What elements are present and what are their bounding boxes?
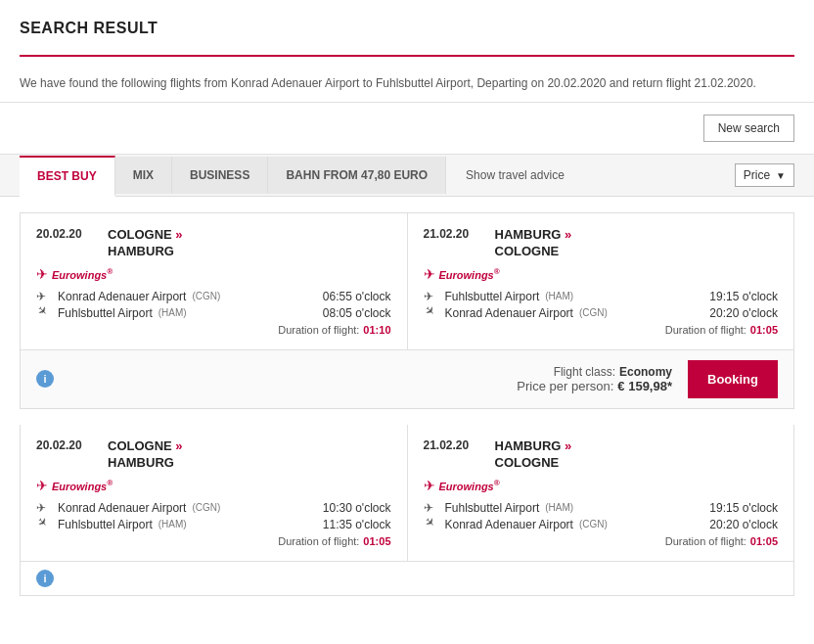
tab-bahn[interactable]: BAHN FROM 47,80 EURO (268, 157, 446, 194)
plane-depart-icon-3: ✈ (36, 501, 52, 515)
travel-advice-link[interactable]: Show travel advice (466, 168, 735, 182)
outbound-airline-2: ✈ Eurowings® (36, 478, 391, 493)
plane-depart-icon-4: ✈ (424, 501, 439, 515)
route-arrow-icon: » (175, 227, 182, 242)
inbound-from-2: HAMBURG » (495, 438, 572, 455)
outbound-date-2: 20.02.20 (36, 438, 100, 452)
tab-mix[interactable]: MIX (115, 157, 172, 194)
outbound-depart-airport-2: Konrad Adenauer Airport (58, 501, 186, 515)
flight-class-value: Economy (619, 365, 672, 379)
plane-depart-icon: ✈ (36, 290, 52, 303)
outbound-arrive-time-2: 11:35 o'clock (323, 518, 391, 531)
inbound-duration-row-2: Duration of flight: 01:05 (424, 535, 779, 547)
outbound-depart-time-1: 06:55 o'clock (323, 290, 391, 303)
sort-container: Price ▼ (735, 163, 794, 187)
price-per-person-label: Price per person: (517, 379, 613, 393)
inbound-depart-time-2: 19:15 o'clock (709, 501, 778, 515)
inbound-airline-2: ✈ Eurowings® (424, 478, 779, 493)
search-result-header: SEARCH RESULT (0, 0, 814, 47)
tab-business[interactable]: BUSINESS (172, 157, 268, 194)
eurowings-icon: ✈ (36, 266, 48, 282)
outbound-arrive-airport-1: Fuhlsbuttel Airport (58, 306, 153, 320)
result-card-2: 20.02.20 COLOGNE » HAMBURG ✈ Eurowings® … (20, 425, 794, 596)
page-container: SEARCH RESULT We have found the followin… (0, 0, 814, 596)
eurowings-icon-2: ✈ (424, 266, 435, 282)
inbound-arrive-time-2: 20:20 o'clock (709, 518, 778, 531)
plane-arrive-icon: ✈ (33, 302, 54, 323)
inbound-duration-2: 01:05 (750, 535, 778, 547)
tab-best-buy[interactable]: BEST BUY (20, 156, 115, 197)
inbound-leg-2: 21.02.20 HAMBURG » COLOGNE ✈ Eurowings® … (408, 425, 794, 561)
header-divider (20, 55, 794, 57)
booking-button-1[interactable]: Booking (688, 360, 778, 398)
inbound-arrive-row-2: ✈ Konrad Adenauer Airport (CGN) 20:20 o'… (424, 518, 779, 531)
inbound-duration-1: 01:05 (750, 324, 778, 336)
inbound-leg-1: 21.02.20 HAMBURG » COLOGNE ✈ Eurowings® … (408, 213, 794, 349)
info-icon-1[interactable]: i (36, 370, 54, 388)
outbound-arrive-row-2: ✈ Fuhlsbuttel Airport (HAM) 11:35 o'cloc… (36, 518, 391, 531)
tabs-container: BEST BUY MIX BUSINESS BAHN FROM 47,80 EU… (0, 155, 814, 197)
inbound-arrive-airport-1: Konrad Adenauer Airport (445, 306, 573, 320)
outbound-depart-row-1: ✈ Konrad Adenauer Airport (CGN) 06:55 o'… (36, 290, 391, 303)
inbound-arrive-code-2: (CGN) (579, 519, 608, 529)
outbound-depart-code-2: (CGN) (192, 502, 220, 513)
outbound-arrive-airport-2: Fuhlsbuttel Airport (58, 518, 153, 531)
outbound-duration-1: 01:10 (363, 324, 390, 336)
info-text: We have found the following flights from… (0, 65, 814, 103)
inbound-depart-airport-2: Fuhlsbuttel Airport (445, 501, 540, 515)
inbound-arrive-airport-2: Konrad Adenauer Airport (445, 518, 573, 531)
info-icon-2[interactable]: i (36, 570, 54, 587)
inbound-depart-code-2: (HAM) (545, 502, 573, 513)
price-value-1: € 159,98* (617, 379, 672, 393)
inbound-to-2: COLOGNE (495, 455, 572, 472)
outbound-to-1: HAMBURG (108, 244, 183, 260)
outbound-duration-2: 01:05 (363, 535, 390, 547)
inbound-depart-airport-1: Fuhlsbuttel Airport (445, 290, 540, 303)
outbound-arrive-code-1: (HAM) (158, 307, 187, 318)
new-search-button[interactable]: New search (703, 115, 794, 142)
route-arrow-icon-4: » (565, 438, 571, 453)
inbound-route-header-2: 21.02.20 HAMBURG » COLOGNE (424, 438, 779, 472)
airline-name: Eurowings® (52, 267, 113, 281)
plane-arrive-icon-4: ✈ (421, 514, 441, 534)
outbound-depart-airport-1: Konrad Adenauer Airport (58, 290, 186, 303)
inbound-airline-1: ✈ Eurowings® (424, 266, 779, 282)
eurowings-icon-3: ✈ (36, 478, 48, 493)
outbound-from-2: COLOGNE » (108, 438, 183, 455)
inbound-depart-row-1: ✈ Fuhlsbuttel Airport (HAM) 19:15 o'cloc… (424, 290, 779, 303)
flights-row-1: 20.02.20 COLOGNE » HAMBURG ✈ Eurowings® … (21, 213, 793, 350)
airline-name-3: Eurowings® (52, 479, 113, 492)
flight-class-label: Flight class: (554, 365, 615, 379)
outbound-leg-2: 20.02.20 COLOGNE » HAMBURG ✈ Eurowings® … (21, 425, 408, 561)
page-title: SEARCH RESULT (20, 20, 794, 37)
price-row-1: Price per person: € 159,98* (517, 379, 672, 393)
outbound-route-header-2: 20.02.20 COLOGNE » HAMBURG (36, 438, 391, 472)
outbound-leg-1: 20.02.20 COLOGNE » HAMBURG ✈ Eurowings® … (21, 213, 408, 349)
airline-name-2: Eurowings® (439, 267, 500, 281)
outbound-from-1: COLOGNE » (108, 227, 183, 244)
outbound-route-header-1: 20.02.20 COLOGNE » HAMBURG (36, 227, 391, 260)
inbound-depart-row-2: ✈ Fuhlsbuttel Airport (HAM) 19:15 o'cloc… (424, 501, 779, 515)
flights-row-2: 20.02.20 COLOGNE » HAMBURG ✈ Eurowings® … (21, 425, 793, 562)
inbound-to-1: COLOGNE (495, 244, 572, 260)
booking-row-1: i Flight class: Economy Price per person… (21, 350, 793, 408)
inbound-date-1: 21.02.20 (424, 227, 487, 241)
outbound-depart-row-2: ✈ Konrad Adenauer Airport (CGN) 10:30 o'… (36, 501, 391, 515)
route-arrow-icon-3: » (175, 438, 182, 453)
plane-arrive-icon-2: ✈ (421, 302, 441, 323)
flight-class-row-1: Flight class: Economy (517, 365, 672, 379)
sort-dropdown[interactable]: Price ▼ (735, 163, 794, 187)
outbound-airline-1: ✈ Eurowings® (36, 266, 391, 282)
inbound-arrive-code-1: (CGN) (579, 307, 608, 318)
outbound-duration-row-1: Duration of flight: 01:10 (36, 324, 391, 336)
inbound-depart-code-1: (HAM) (545, 291, 573, 301)
plane-arrive-icon-3: ✈ (33, 514, 54, 534)
inbound-date-2: 21.02.20 (424, 438, 487, 452)
chevron-down-icon: ▼ (776, 170, 786, 181)
inbound-from-1: HAMBURG » (495, 227, 572, 244)
outbound-depart-time-2: 10:30 o'clock (323, 501, 391, 515)
route-arrow-icon-2: » (565, 227, 571, 242)
sort-label: Price (744, 168, 770, 182)
result-card-1: 20.02.20 COLOGNE » HAMBURG ✈ Eurowings® … (20, 212, 794, 409)
inbound-arrive-time-1: 20:20 o'clock (709, 306, 778, 320)
